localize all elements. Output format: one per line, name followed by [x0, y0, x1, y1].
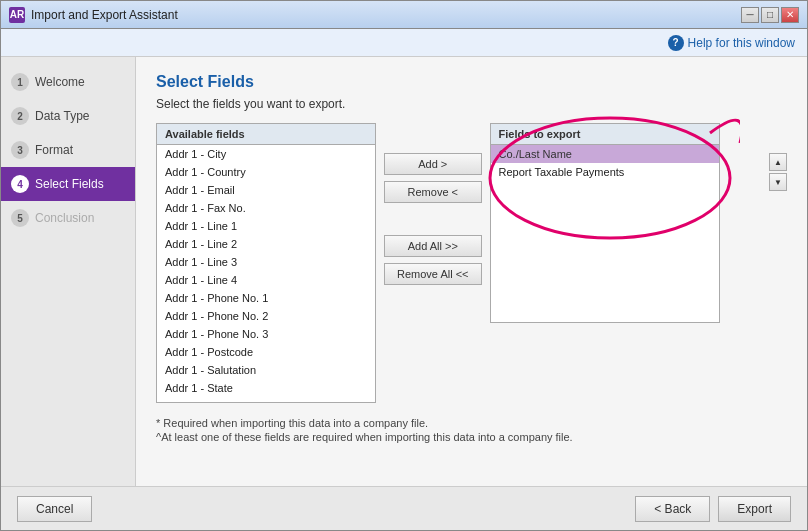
help-bar: ? Help for this window [1, 29, 807, 57]
section-desc: Select the fields you want to export. [156, 97, 787, 111]
bottom-bar: Cancel < Back Export [1, 486, 807, 530]
scroll-up-button[interactable]: ▲ [769, 153, 787, 171]
export-fields-list[interactable]: Fields to export Co./Last Name Report Ta… [490, 123, 720, 323]
add-all-button[interactable]: Add All >> [384, 235, 482, 257]
add-button[interactable]: Add > [384, 153, 482, 175]
list-item[interactable]: Addr 1 - Phone No. 3 [157, 325, 375, 343]
minimize-button[interactable]: ─ [741, 7, 759, 23]
bottom-right: < Back Export [635, 496, 791, 522]
sidebar-item-welcome[interactable]: 1 Welcome [1, 65, 135, 99]
help-text: Help for this window [688, 36, 795, 50]
section-title: Select Fields [156, 73, 787, 91]
list-item[interactable]: Addr 1 - Line 4 [157, 271, 375, 289]
title-bar: AR Import and Export Assistant ─ □ ✕ [1, 1, 807, 29]
sidebar: 1 Welcome 2 Data Type 3 Format 4 Select … [1, 57, 136, 486]
back-button[interactable]: < Back [635, 496, 710, 522]
step-num-4: 4 [11, 175, 29, 193]
list-item[interactable]: Addr 1 - Salutation [157, 361, 375, 379]
list-item[interactable]: Addr 1 - Fax No. [157, 199, 375, 217]
note-required: * Required when importing this data into… [156, 417, 787, 429]
app-icon: AR [9, 7, 25, 23]
maximize-button[interactable]: □ [761, 7, 779, 23]
list-item[interactable]: Addr 1 - Country [157, 163, 375, 181]
step-num-1: 1 [11, 73, 29, 91]
list-item[interactable]: Addr 1 - Line 3 [157, 253, 375, 271]
help-link[interactable]: ? Help for this window [668, 35, 795, 51]
title-bar-buttons: ─ □ ✕ [741, 7, 799, 23]
close-button[interactable]: ✕ [781, 7, 799, 23]
sidebar-label-selectfields: Select Fields [35, 177, 104, 191]
sidebar-item-datatype[interactable]: 2 Data Type [1, 99, 135, 133]
title-bar-left: AR Import and Export Assistant [9, 7, 178, 23]
list-item[interactable]: Addr 1 - Phone No. 1 [157, 289, 375, 307]
remove-button[interactable]: Remove < [384, 181, 482, 203]
available-fields-header: Available fields [157, 124, 375, 145]
export-list-container: Fields to export Co./Last Name Report Ta… [490, 123, 761, 323]
list-item[interactable]: Addr 1 - Postcode [157, 343, 375, 361]
step-num-3: 3 [11, 141, 29, 159]
sidebar-label-format: Format [35, 143, 73, 157]
sidebar-item-selectfields[interactable]: 4 Select Fields [1, 167, 135, 201]
scroll-buttons: ▲ ▼ [769, 123, 787, 191]
main-content: 1 Welcome 2 Data Type 3 Format 4 Select … [1, 57, 807, 486]
export-item[interactable]: Report Taxable Payments [491, 163, 719, 181]
remove-all-button[interactable]: Remove All << [384, 263, 482, 285]
list-item[interactable]: Addr 1 - City [157, 145, 375, 163]
cancel-button[interactable]: Cancel [17, 496, 92, 522]
middle-buttons: Add > Remove < Add All >> Remove All << [384, 123, 482, 285]
list-item[interactable]: Addr 1 - Email [157, 181, 375, 199]
help-icon: ? [668, 35, 684, 51]
scroll-down-button[interactable]: ▼ [769, 173, 787, 191]
available-fields-list[interactable]: Available fields Addr 1 - City Addr 1 - … [156, 123, 376, 403]
sidebar-label-datatype: Data Type [35, 109, 89, 123]
sidebar-label-conclusion: Conclusion [35, 211, 94, 225]
sidebar-item-conclusion: 5 Conclusion [1, 201, 135, 235]
list-item[interactable]: Addr 1 - State [157, 379, 375, 397]
export-button[interactable]: Export [718, 496, 791, 522]
content-area: Select Fields Select the fields you want… [136, 57, 807, 486]
list-item[interactable]: Addr 1 - Line 2 [157, 235, 375, 253]
sidebar-label-welcome: Welcome [35, 75, 85, 89]
footer-notes: * Required when importing this data into… [156, 417, 787, 443]
fields-area: Available fields Addr 1 - City Addr 1 - … [156, 123, 787, 403]
step-num-2: 2 [11, 107, 29, 125]
list-item[interactable]: Addr 1 - Line 1 [157, 217, 375, 235]
window-title: Import and Export Assistant [31, 8, 178, 22]
main-window: AR Import and Export Assistant ─ □ ✕ ? H… [0, 0, 808, 531]
list-item[interactable]: Addr 1 - Phone No. 2 [157, 307, 375, 325]
sidebar-item-format[interactable]: 3 Format [1, 133, 135, 167]
note-atleast: ^At least one of these fields are requir… [156, 431, 787, 443]
export-fields-header: Fields to export [491, 124, 719, 145]
export-item-selected[interactable]: Co./Last Name [491, 145, 719, 163]
step-num-5: 5 [11, 209, 29, 227]
